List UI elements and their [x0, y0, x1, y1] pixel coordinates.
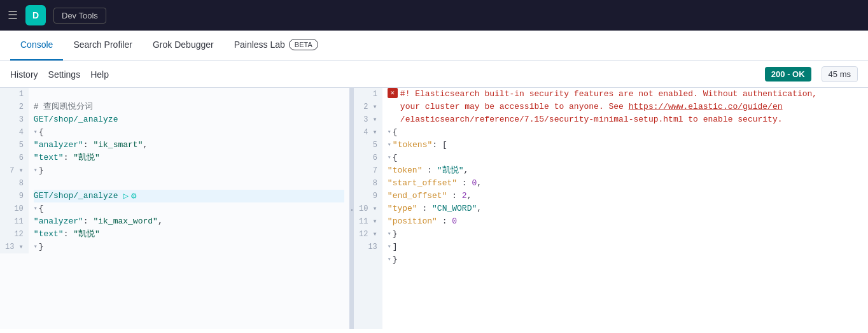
editor-line: ▾{: [34, 202, 344, 215]
editor-line: [34, 177, 344, 190]
response-line-numbers: 1 2 ▾ 3 ▾ 4 ▾ 5 6 7 8 9 10 ▾ 11 ▾ 12 ▾ 1…: [354, 88, 382, 329]
status-badge: 200 - OK: [765, 67, 811, 81]
editor-line: "text": "凯悦": [34, 152, 344, 164]
dev-tools-button[interactable]: Dev Tools: [53, 8, 106, 24]
editor-line: ▾{: [34, 126, 344, 139]
response-warning-line2: your cluster may be accessible to anyone…: [388, 101, 863, 113]
hamburger-icon[interactable]: ☰: [8, 8, 18, 22]
help-button[interactable]: Help: [90, 69, 109, 80]
history-button[interactable]: History: [10, 69, 38, 80]
settings-button[interactable]: Settings: [48, 69, 81, 80]
response-warning-line3: /elasticsearch/reference/7.15/security-m…: [388, 113, 863, 126]
response-line: ▾}: [388, 253, 863, 266]
editor-line: "analyzer": "ik_max_word",: [34, 215, 344, 228]
editor-line: "text": "凯悦": [34, 228, 344, 241]
copy-icon[interactable]: ⚙: [131, 190, 136, 202]
response-code: ✕ #! Elasticsearch built-in security fea…: [382, 88, 868, 329]
time-badge: 45 ms: [822, 66, 858, 82]
response-warning-line: ✕ #! Elasticsearch built-in security fea…: [388, 88, 863, 101]
response-line: "type" : "CN_WORD",: [388, 202, 863, 215]
tab-painless-lab[interactable]: Painless Lab BETA: [224, 30, 328, 60]
response-line: ▾{: [388, 126, 863, 139]
editor-panel[interactable]: 1 2 3 4 5 6 7 ▾ 8 9 10 11 12 13 ▾ # 查阅凯悦…: [0, 88, 350, 329]
warning-icon: ✕: [388, 88, 398, 98]
response-panel: 1 2 ▾ 3 ▾ 4 ▾ 5 6 7 8 9 10 ▾ 11 ▾ 12 ▾ 1…: [354, 88, 868, 329]
response-line: "start_offset" : 0,: [388, 177, 863, 190]
toolbar: History Settings Help 200 - OK 45 ms: [0, 61, 868, 88]
response-line: "end_offset" : 2,: [388, 190, 863, 202]
response-line: ▾ }: [388, 228, 863, 241]
run-icon[interactable]: ▷: [123, 190, 128, 202]
avatar: D: [25, 5, 46, 25]
response-line: ▾ {: [388, 152, 863, 164]
response-line: ▾ "tokens" : [: [388, 139, 863, 152]
nav-tabs: Console Search Profiler Grok Debugger Pa…: [0, 31, 868, 61]
editor-line-numbers: 1 2 3 4 5 6 7 ▾ 8 9 10 11 12 13 ▾: [0, 88, 29, 253]
editor-line: # 查阅凯悦分词: [34, 101, 344, 113]
tab-console[interactable]: Console: [10, 30, 63, 60]
editor-line: "analyzer": "ik_smart",: [34, 139, 344, 152]
editor-code[interactable]: # 查阅凯悦分词 GET /shop/_analyze ▾{ "analyzer…: [29, 88, 349, 253]
editor-line: [34, 88, 344, 101]
top-bar: ☰ D Dev Tools: [0, 0, 868, 31]
tab-search-profiler[interactable]: Search Profiler: [63, 30, 143, 60]
main-content: 1 2 3 4 5 6 7 ▾ 8 9 10 11 12 13 ▾ # 查阅凯悦…: [0, 88, 868, 329]
response-line: "token" : "凯悦",: [388, 164, 863, 177]
editor-active-line: GET /shop/_analyze ▷ ⚙: [34, 190, 344, 202]
tab-grok-debugger[interactable]: Grok Debugger: [143, 30, 224, 60]
beta-badge: BETA: [289, 39, 318, 50]
editor-line: GET /shop/_analyze: [34, 113, 344, 126]
response-line: ▾ ]: [388, 241, 863, 253]
editor-line: ▾}: [34, 241, 344, 253]
editor-line: ▾}: [34, 164, 344, 177]
response-line: [388, 266, 863, 279]
response-line: "position" : 0: [388, 215, 863, 228]
